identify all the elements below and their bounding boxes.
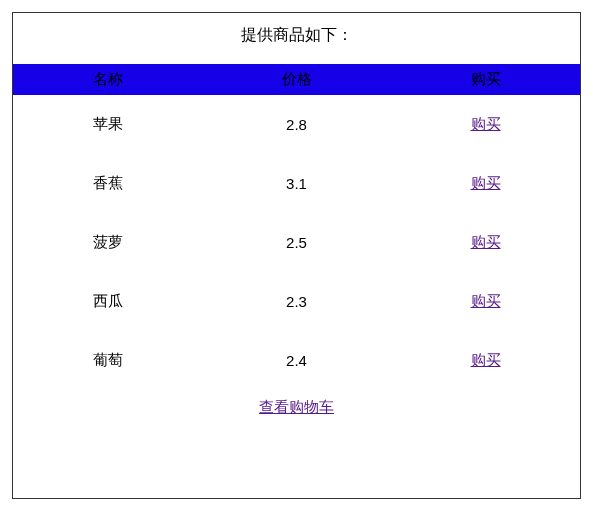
header-buy: 购买 [391,64,580,95]
buy-link[interactable]: 购买 [471,174,501,191]
view-cart-container: 查看购物车 [13,390,580,435]
cell-buy: 购买 [391,331,580,390]
cell-name: 苹果 [13,95,202,154]
cell-price: 2.5 [202,213,391,272]
cell-buy: 购买 [391,272,580,331]
table-header-row: 名称 价格 购买 [13,64,580,95]
cell-buy: 购买 [391,154,580,213]
header-name: 名称 [13,64,202,95]
cell-name: 菠萝 [13,213,202,272]
product-panel: 提供商品如下： 名称 价格 购买 苹果 2.8 购买 香蕉 3.1 购买 [12,12,581,499]
cell-price: 2.8 [202,95,391,154]
cell-name: 西瓜 [13,272,202,331]
page-title: 提供商品如下： [13,13,580,64]
cell-name: 香蕉 [13,154,202,213]
header-price: 价格 [202,64,391,95]
cell-price: 3.1 [202,154,391,213]
cell-name: 葡萄 [13,331,202,390]
view-cart-link[interactable]: 查看购物车 [259,398,334,415]
table-row: 苹果 2.8 购买 [13,95,580,154]
table-row: 西瓜 2.3 购买 [13,272,580,331]
cell-buy: 购买 [391,213,580,272]
table-row: 香蕉 3.1 购买 [13,154,580,213]
buy-link[interactable]: 购买 [471,351,501,368]
product-table: 名称 价格 购买 苹果 2.8 购买 香蕉 3.1 购买 菠萝 [13,64,580,390]
buy-link[interactable]: 购买 [471,233,501,250]
buy-link[interactable]: 购买 [471,115,501,132]
cell-buy: 购买 [391,95,580,154]
cell-price: 2.3 [202,272,391,331]
table-row: 菠萝 2.5 购买 [13,213,580,272]
page-container: 提供商品如下： 名称 价格 购买 苹果 2.8 购买 香蕉 3.1 购买 [0,0,593,511]
table-row: 葡萄 2.4 购买 [13,331,580,390]
cell-price: 2.4 [202,331,391,390]
buy-link[interactable]: 购买 [471,292,501,309]
